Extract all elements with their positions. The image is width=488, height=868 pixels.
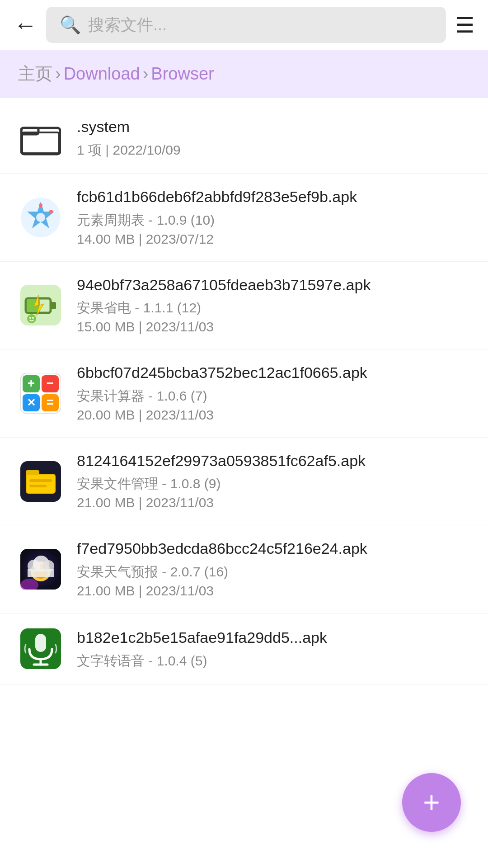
svg-point-14 xyxy=(29,317,31,319)
svg-point-6 xyxy=(39,203,42,207)
back-button[interactable]: ← xyxy=(14,13,37,37)
svg-text:=: = xyxy=(47,395,54,409)
file-meta: 1 项 | 2022/10/09 xyxy=(77,141,470,160)
svg-rect-38 xyxy=(28,569,54,577)
file-meta: 安果文件管理 - 1.0.8 (9)21.00 MB | 2023/11/03 xyxy=(77,474,470,512)
file-meta: 安果省电 - 1.1.1 (12)15.00 MB | 2023/11/03 xyxy=(77,298,470,336)
breadcrumb-browser[interactable]: Browser xyxy=(151,64,214,84)
list-item[interactable]: .system 1 项 | 2022/10/09 xyxy=(0,103,488,174)
svg-rect-2 xyxy=(22,132,59,153)
search-icon: 🔍 xyxy=(60,15,81,35)
svg-point-13 xyxy=(27,314,36,323)
fab-add-button[interactable]: + xyxy=(402,773,461,832)
search-placeholder: 搜索文件... xyxy=(88,14,167,36)
file-list: .system 1 项 | 2022/10/09 fcb61d1b66deb6f… xyxy=(0,98,488,689)
svg-point-7 xyxy=(49,210,53,213)
file-meta: 文字转语音 - 1.0.4 (5) xyxy=(77,651,470,670)
file-name: .system xyxy=(77,116,470,138)
app-icon-weather xyxy=(18,547,63,592)
svg-text:−: − xyxy=(47,376,54,390)
file-meta: 安果天气预报 - 2.0.7 (16)21.00 MB | 2023/11/03 xyxy=(77,562,470,600)
file-meta: 安果计算器 - 1.0.6 (7)20.00 MB | 2023/11/03 xyxy=(77,387,470,425)
list-item[interactable]: 8124164152ef29973a0593851fc62af5.apk 安果文… xyxy=(0,438,488,526)
breadcrumb-home[interactable]: 主页 xyxy=(18,62,52,85)
svg-rect-10 xyxy=(51,302,56,309)
folder-icon xyxy=(18,115,63,160)
breadcrumb-sep-1: › xyxy=(55,64,61,84)
svg-text:+: + xyxy=(28,376,35,390)
svg-rect-28 xyxy=(27,475,55,493)
list-item[interactable]: + − ✕ = 6bbcf07d245bcba3752bec12ac1f0665… xyxy=(0,349,488,438)
file-info: b182e1c2b5e15afae91fa29dd5...apk 文字转语音 -… xyxy=(77,627,470,670)
file-name: b182e1c2b5e15afae91fa29dd5...apk xyxy=(77,627,470,649)
search-bar[interactable]: 🔍 搜索文件... xyxy=(46,7,446,43)
add-icon: + xyxy=(423,788,440,817)
file-meta: 元素周期表 - 1.0.9 (10)14.00 MB | 2023/07/12 xyxy=(77,211,470,249)
list-item[interactable]: fcb61d1b66deb6f2abbfd9f283e5ef9b.apk 元素周… xyxy=(0,174,488,262)
svg-point-5 xyxy=(36,213,45,222)
svg-rect-30 xyxy=(29,485,47,487)
file-name: 94e0bf73a258a67105fdeaeb3b71597e.apk xyxy=(77,274,470,296)
breadcrumb: 主页 › Download › Browser xyxy=(0,50,488,98)
file-name: f7ed7950bb3edcda86bcc24c5f216e24.apk xyxy=(77,538,470,560)
file-info: .system 1 项 | 2022/10/09 xyxy=(77,116,470,160)
file-info: fcb61d1b66deb6f2abbfd9f283e5ef9b.apk 元素周… xyxy=(77,186,470,249)
svg-rect-41 xyxy=(35,634,46,652)
file-name: 8124164152ef29973a0593851fc62af5.apk xyxy=(77,450,470,472)
breadcrumb-sep-2: › xyxy=(143,64,149,84)
app-icon-files xyxy=(18,459,63,504)
svg-rect-29 xyxy=(29,479,52,482)
svg-text:✕: ✕ xyxy=(27,396,36,409)
app-icon-star xyxy=(18,195,63,240)
file-info: 6bbcf07d245bcba3752bec12ac1f0665.apk 安果计… xyxy=(77,362,470,425)
sort-button[interactable]: ☰ xyxy=(455,12,474,38)
file-name: fcb61d1b66deb6f2abbfd9f283e5ef9b.apk xyxy=(77,186,470,208)
svg-point-15 xyxy=(32,317,34,319)
app-icon-battery xyxy=(18,283,63,328)
list-item[interactable]: 94e0bf73a258a67105fdeaeb3b71597e.apk 安果省… xyxy=(0,262,488,350)
list-item[interactable]: b182e1c2b5e15afae91fa29dd5...apk 文字转语音 -… xyxy=(0,613,488,684)
app-icon-calc: + − ✕ = xyxy=(18,371,63,416)
file-info: f7ed7950bb3edcda86bcc24c5f216e24.apk 安果天… xyxy=(77,538,470,600)
list-item[interactable]: f7ed7950bb3edcda86bcc24c5f216e24.apk 安果天… xyxy=(0,525,488,613)
file-info: 94e0bf73a258a67105fdeaeb3b71597e.apk 安果省… xyxy=(77,274,470,337)
app-icon-mic xyxy=(18,626,63,671)
file-info: 8124164152ef29973a0593851fc62af5.apk 安果文… xyxy=(77,450,470,513)
file-name: 6bbcf07d245bcba3752bec12ac1f0665.apk xyxy=(77,362,470,384)
header: ← 🔍 搜索文件... ☰ xyxy=(0,0,488,50)
breadcrumb-download[interactable]: Download xyxy=(64,64,140,84)
